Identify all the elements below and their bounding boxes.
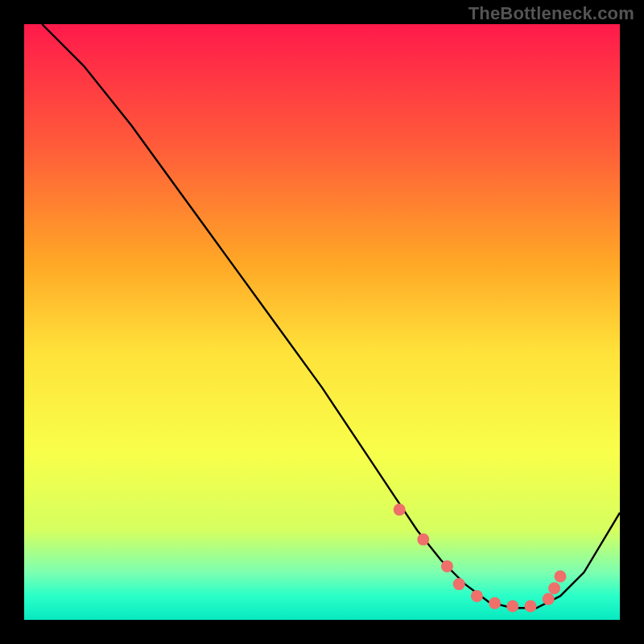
highlight-dot — [489, 597, 501, 609]
highlight-dot — [548, 582, 560, 594]
plot-area — [24, 24, 620, 620]
highlight-dot — [471, 590, 483, 602]
highlight-dot — [506, 601, 518, 613]
highlight-dot — [555, 571, 567, 583]
highlight-dot — [417, 534, 429, 546]
chart-frame: TheBottleneck.com — [0, 0, 644, 644]
gradient-background — [24, 24, 620, 620]
highlight-dot — [394, 504, 406, 516]
highlight-dot — [441, 560, 453, 572]
chart-svg — [24, 24, 620, 620]
highlight-dot — [453, 578, 465, 590]
highlight-dot — [543, 593, 555, 605]
highlight-dot — [525, 601, 537, 613]
watermark-label: TheBottleneck.com — [469, 3, 634, 24]
